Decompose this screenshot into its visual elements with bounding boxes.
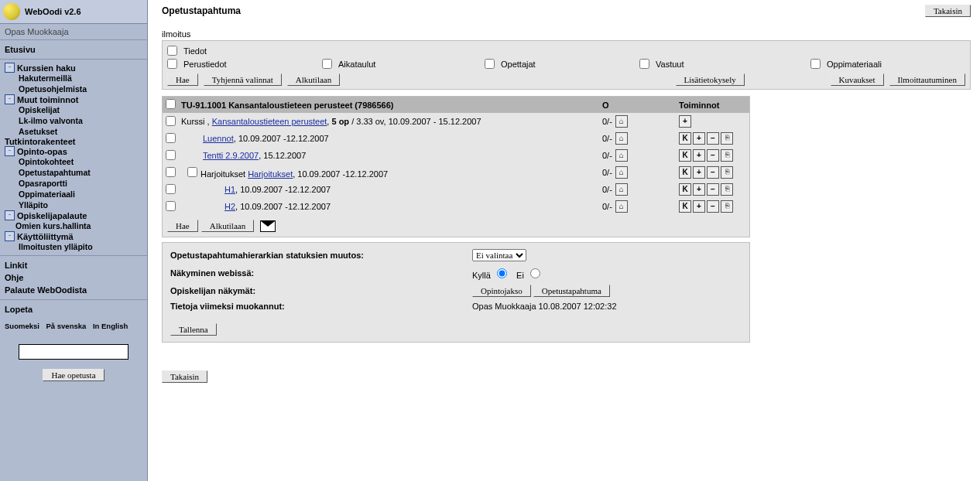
filter-alkutilaan-button[interactable]: Alkutilaan — [287, 73, 340, 86]
row-link[interactable]: Kansantaloustieteen perusteet — [212, 117, 327, 126]
action-add-icon[interactable]: + — [693, 183, 705, 196]
chk-aikataulut[interactable] — [322, 59, 332, 69]
main-content: Opetustapahtuma Takaisin ilmoitus Tiedot… — [148, 0, 980, 481]
sidebar-item-opetustapahtumat[interactable]: Opetustapahtumat — [5, 167, 142, 178]
person-icon[interactable]: ⌂ — [615, 166, 628, 179]
collapse-icon[interactable]: - — [5, 210, 15, 220]
row-checkbox[interactable] — [166, 167, 176, 177]
chk-vastuut[interactable] — [639, 59, 649, 69]
sidebar-item-hakutermeilla[interactable]: Hakutermeillä — [5, 73, 142, 84]
table-select-all[interactable] — [166, 99, 176, 109]
filter-ilmoittautuminen-button[interactable]: Ilmoittautuminen — [889, 73, 965, 86]
collapse-icon[interactable]: - — [5, 63, 15, 73]
lang-fi[interactable]: Suomeksi — [5, 322, 39, 330]
sidebar-item-yllapito[interactable]: Ylläpito — [5, 200, 142, 210]
sidebar-item-opetusohjelmista[interactable]: Opetusohjelmista — [5, 84, 142, 94]
person-icon[interactable]: ⌂ — [615, 149, 628, 162]
sidebar-item-opintokohteet[interactable]: Opintokohteet — [5, 156, 142, 167]
sidebar-item-lkilmo[interactable]: Lk-ilmo valvonta — [5, 115, 142, 126]
status-lastmod-value: Opas Muokkaaja 10.08.2007 12:02:32 — [472, 302, 617, 311]
action-k-icon[interactable]: K — [679, 132, 691, 145]
action-k-icon[interactable]: K — [679, 183, 691, 196]
sidebar-group-opinto-opas[interactable]: - Opinto-opas — [5, 146, 142, 156]
filter-kuvaukset-button[interactable]: Kuvaukset — [831, 73, 884, 86]
filter-lisatieto-button[interactable]: Lisätietokysely — [676, 73, 745, 86]
row-checkbox[interactable] — [166, 184, 176, 194]
person-icon[interactable]: ⌂ — [615, 115, 628, 128]
sidebar-item-asetukset[interactable]: Asetukset — [5, 126, 142, 137]
lang-sv[interactable]: På svenska — [46, 322, 87, 330]
sidebar-item-opiskelijat[interactable]: Opiskelijat — [5, 104, 142, 115]
row-checkbox[interactable] — [166, 116, 176, 126]
sidebar-tutkintorakenteet[interactable]: Tutkintorakenteet — [5, 137, 75, 146]
action-remove-icon[interactable]: − — [707, 166, 719, 179]
action-add-icon[interactable]: + — [679, 115, 691, 128]
sidebar-search-input[interactable] — [19, 344, 128, 360]
action-copy-icon[interactable]: ⎘ — [721, 149, 733, 162]
person-icon[interactable]: ⌂ — [615, 132, 628, 145]
lang-en[interactable]: In English — [93, 322, 128, 330]
chk-tiedot[interactable] — [167, 46, 177, 56]
back-button-bottom[interactable]: Takaisin — [162, 370, 207, 383]
action-k-icon[interactable]: K — [679, 166, 691, 179]
row-o-value: 0/- — [602, 202, 612, 211]
sidebar-group-muut-toiminnot[interactable]: - Muut toiminnot — [5, 94, 142, 104]
action-remove-icon[interactable]: − — [707, 183, 719, 196]
sidebar-group-kurssien-haku[interactable]: - Kurssien haku — [5, 63, 142, 73]
opintojakso-button[interactable]: Opintojakso — [472, 285, 531, 297]
action-remove-icon[interactable]: − — [707, 149, 719, 162]
sidebar-search-button[interactable]: Hae opetusta — [43, 369, 104, 381]
sidebar-item-opasraportti[interactable]: Opasraportti — [5, 178, 142, 189]
action-copy-icon[interactable]: ⎘ — [721, 200, 733, 213]
action-remove-icon[interactable]: − — [707, 132, 719, 145]
sidebar-item-omien-kurs[interactable]: Omien kurs.hallinta — [5, 220, 142, 231]
sidebar-group-opiskelijapalaute[interactable]: - Opiskelijapalaute — [5, 210, 142, 220]
sidebar-linkit[interactable]: Linkit — [5, 259, 142, 271]
back-button-top[interactable]: Takaisin — [925, 5, 971, 17]
action-add-icon[interactable]: + — [693, 166, 705, 179]
table-alkutilaan-button[interactable]: Alkutilaan — [201, 220, 254, 232]
radio-yes[interactable] — [497, 268, 507, 278]
row-link[interactable]: Luennot — [203, 134, 234, 143]
action-copy-icon[interactable]: ⎘ — [721, 166, 733, 179]
row-checkbox[interactable] — [166, 201, 176, 211]
row-checkbox[interactable] — [166, 150, 176, 160]
person-icon[interactable]: ⌂ — [615, 183, 628, 196]
action-add-icon[interactable]: + — [693, 149, 705, 162]
status-select[interactable]: Ei valintaa — [472, 249, 526, 261]
row-link[interactable]: H2 — [224, 202, 235, 211]
chk-opettajat[interactable] — [485, 59, 495, 69]
chk-perustiedot[interactable] — [167, 59, 177, 69]
row-link[interactable]: Tentti 2.9.2007 — [203, 151, 259, 160]
table-hae-button[interactable]: Hae — [167, 220, 198, 232]
sidebar-ohje[interactable]: Ohje — [5, 271, 142, 284]
sidebar-etusivu[interactable]: Etusivu — [5, 43, 142, 56]
row-checkbox[interactable] — [166, 133, 176, 143]
mail-icon[interactable] — [260, 220, 276, 232]
sidebar-item-oppimateriaali[interactable]: Oppimateriaali — [5, 189, 142, 200]
row-expand-checkbox[interactable] — [187, 167, 197, 177]
filter-tyhjenna-button[interactable]: Tyhjennä valinnat — [204, 73, 282, 86]
chk-oppimateriaali[interactable] — [810, 59, 821, 69]
opetustapahtuma-button[interactable]: Opetustapahtuma — [533, 285, 610, 297]
sidebar-group-kayttoliittyma[interactable]: - Käyttöliittymä — [5, 231, 142, 241]
sidebar-item-ilmoitusten-yllapito[interactable]: Ilmoitusten ylläpito — [5, 241, 142, 252]
action-copy-icon[interactable]: ⎘ — [721, 183, 733, 196]
action-remove-icon[interactable]: − — [707, 200, 719, 213]
collapse-icon[interactable]: - — [5, 94, 15, 104]
row-link[interactable]: Harjoitukset — [248, 169, 293, 179]
save-button[interactable]: Tallenna — [170, 323, 217, 336]
action-add-icon[interactable]: + — [693, 132, 705, 145]
radio-no[interactable] — [530, 268, 540, 278]
sidebar-palaute-weboodista[interactable]: Palaute WebOodista — [5, 284, 142, 296]
row-link[interactable]: H1 — [224, 185, 235, 194]
action-add-icon[interactable]: + — [693, 200, 705, 213]
person-icon[interactable]: ⌂ — [615, 200, 628, 213]
action-k-icon[interactable]: K — [679, 200, 691, 213]
collapse-icon[interactable]: - — [5, 231, 15, 241]
filter-hae-button[interactable]: Hae — [167, 73, 198, 86]
action-k-icon[interactable]: K — [679, 149, 691, 162]
action-copy-icon[interactable]: ⎘ — [721, 132, 733, 145]
sidebar-lopeta[interactable]: Lopeta — [5, 303, 142, 316]
collapse-icon[interactable]: - — [5, 146, 15, 156]
